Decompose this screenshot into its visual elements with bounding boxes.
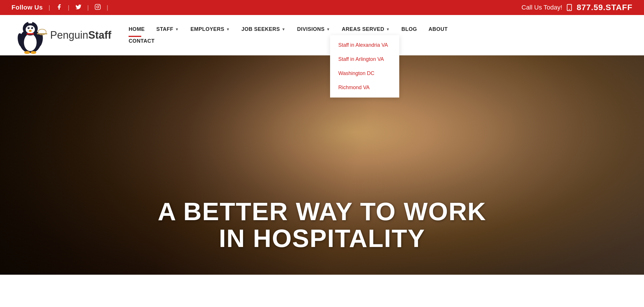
dropdown-item-richmond[interactable]: Richmond VA bbox=[330, 81, 399, 95]
svg-point-12 bbox=[31, 27, 32, 28]
nav-link-divisions[interactable]: DIVISIONS ▼ bbox=[291, 23, 336, 35]
nav-link-about[interactable]: ABOUT bbox=[423, 23, 453, 35]
dropdown-item-washington-dc[interactable]: Washington DC bbox=[330, 66, 399, 81]
nav-item-about: ABOUT bbox=[423, 23, 453, 35]
nav-item-areas-served: AREAS SERVED ▼ Staff in Alexandria VA St… bbox=[336, 23, 396, 35]
twitter-link[interactable] bbox=[75, 4, 82, 12]
nav-bar: PenguinStaff HOME STAFF ▼ EMPLOYERS ▼ bbox=[0, 15, 644, 55]
divider-1: | bbox=[48, 4, 50, 11]
hero-heading-line2: IN HOSPITALITY bbox=[0, 225, 644, 252]
nav-links: HOME STAFF ▼ EMPLOYERS ▼ JOB SEEKERS ▼ bbox=[123, 23, 491, 47]
instagram-link[interactable] bbox=[95, 4, 101, 12]
nav-item-home: HOME bbox=[123, 23, 150, 35]
follow-us-label: Follow Us bbox=[12, 4, 43, 11]
chevron-down-icon: ▼ bbox=[175, 27, 179, 31]
svg-point-1 bbox=[97, 6, 99, 8]
nav-item-employers: EMPLOYERS ▼ bbox=[185, 23, 236, 35]
chevron-down-icon: ▼ bbox=[386, 27, 390, 31]
chevron-down-icon: ▼ bbox=[326, 27, 330, 31]
svg-point-2 bbox=[99, 5, 100, 6]
svg-point-8 bbox=[26, 25, 35, 33]
nav-item-divisions: DIVISIONS ▼ bbox=[291, 23, 336, 35]
facebook-link[interactable] bbox=[56, 4, 62, 12]
dropdown-item-alexandria[interactable]: Staff in Alexandria VA bbox=[330, 38, 399, 52]
svg-point-22 bbox=[27, 19, 34, 22]
nav-item-job-seekers: JOB SEEKERS ▼ bbox=[236, 23, 291, 35]
svg-point-16 bbox=[24, 51, 30, 54]
hero-text: A BETTER WAY TO WORK IN HOSPITALITY bbox=[0, 198, 644, 252]
twitter-icon bbox=[75, 4, 82, 10]
hero-heading-line1: A BETTER WAY TO WORK bbox=[0, 198, 644, 225]
nav-item-blog: BLOG bbox=[396, 23, 423, 35]
chevron-down-icon: ▼ bbox=[226, 27, 230, 31]
divider-4: | bbox=[107, 4, 108, 11]
nav-link-blog[interactable]: BLOG bbox=[396, 23, 423, 35]
top-bar: Follow Us | | | | Call Us Today! bbox=[0, 0, 644, 15]
svg-rect-0 bbox=[95, 4, 100, 9]
dropdown-item-arlington[interactable]: Staff in Arlington VA bbox=[330, 52, 399, 66]
facebook-icon bbox=[56, 4, 62, 10]
nav-link-home[interactable]: HOME bbox=[123, 23, 150, 35]
svg-point-6 bbox=[24, 34, 37, 51]
instagram-icon bbox=[95, 4, 101, 10]
nav-link-job-seekers[interactable]: JOB SEEKERS ▼ bbox=[236, 23, 291, 35]
nav-link-areas-served[interactable]: AREAS SERVED ▼ bbox=[336, 23, 396, 35]
penguin-logo-image bbox=[12, 16, 49, 54]
nav-link-employers[interactable]: EMPLOYERS ▼ bbox=[185, 23, 236, 35]
svg-point-10 bbox=[31, 27, 33, 29]
chevron-down-icon: ▼ bbox=[282, 27, 285, 31]
logo[interactable]: PenguinStaff bbox=[12, 16, 111, 54]
hero-section: A BETTER WAY TO WORK IN HOSPITALITY bbox=[0, 55, 644, 275]
svg-point-13 bbox=[29, 30, 32, 32]
logo-text: PenguinStaff bbox=[50, 29, 111, 41]
svg-rect-18 bbox=[27, 33, 34, 35]
svg-point-11 bbox=[28, 27, 29, 28]
nav-link-contact[interactable]: CONTACT bbox=[123, 35, 160, 47]
divider-3: | bbox=[87, 4, 89, 11]
nav-item-contact: CONTACT bbox=[123, 35, 491, 47]
nav-item-staff: STAFF ▼ bbox=[150, 23, 185, 35]
svg-point-9 bbox=[28, 27, 30, 29]
svg-point-17 bbox=[31, 51, 36, 54]
phone-number: 877.59.STAFF bbox=[577, 3, 632, 12]
phone-icon bbox=[566, 4, 573, 11]
social-follow-area: Follow Us | | | | bbox=[12, 4, 109, 12]
areas-served-dropdown: Staff in Alexandria VA Staff in Arlingto… bbox=[330, 35, 399, 98]
nav-link-staff[interactable]: STAFF ▼ bbox=[150, 23, 185, 35]
call-area: Call Us Today! 877.59.STAFF bbox=[521, 3, 632, 12]
divider-2: | bbox=[68, 4, 69, 11]
call-label: Call Us Today! bbox=[521, 4, 562, 11]
